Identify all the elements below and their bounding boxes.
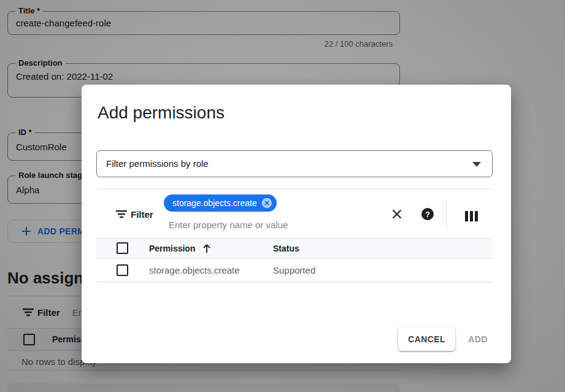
chevron-down-icon [472,162,481,167]
add-permissions-dialog: Add permissions Filter permissions by ro… [82,85,511,363]
filter-chip-label: storage.objects.create [172,198,257,208]
table-row[interactable]: storage.objects.create Supported [96,259,493,282]
filter-input[interactable]: Enter property name or value [169,220,288,230]
cancel-button[interactable]: CANCEL [398,327,455,351]
sort-ascending-icon[interactable] [201,243,212,254]
role-filter-placeholder: Filter permissions by role [106,158,209,169]
chip-remove-icon[interactable] [261,198,272,209]
divider [96,188,493,189]
add-button[interactable]: ADD [459,327,497,351]
clear-filters-button[interactable] [390,207,404,221]
filter-label: Filter [131,209,153,220]
filter-permissions-by-role-select[interactable]: Filter permissions by role [96,150,493,177]
filter-icon [116,210,127,218]
select-all-checkbox[interactable] [117,242,128,254]
status-cell: Supported [273,265,315,275]
close-icon [391,208,403,220]
permission-column-header[interactable]: Permission [149,244,195,253]
permissions-table-header: Permission Status [96,238,493,259]
filter-chip[interactable]: storage.objects.create [164,194,277,212]
status-column-header: Status [273,244,299,253]
columns-icon [465,211,478,221]
dialog-title: Add permissions [98,103,225,123]
help-icon [421,208,434,220]
row-checkbox[interactable] [117,264,128,276]
permission-cell: storage.objects.create [149,265,240,275]
column-display-options-button[interactable] [464,209,479,223]
help-button[interactable] [420,207,435,221]
vertical-divider [446,200,447,228]
